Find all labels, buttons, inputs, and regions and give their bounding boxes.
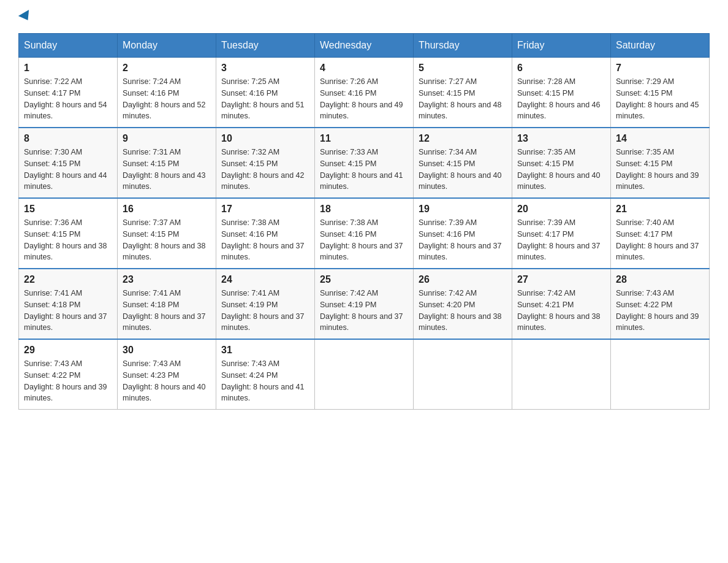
- sunrise-label: Sunrise: 7:43 AM: [123, 359, 181, 368]
- daylight-label: Daylight: 8 hours and 37 minutes.: [320, 242, 403, 262]
- day-number: 11: [320, 133, 408, 144]
- sunset-label: Sunset: 4:15 PM: [320, 159, 376, 168]
- daylight-label: Daylight: 8 hours and 38 minutes.: [517, 312, 601, 332]
- sunset-label: Sunset: 4:16 PM: [419, 230, 475, 239]
- daylight-label: Daylight: 8 hours and 37 minutes.: [616, 242, 699, 262]
- day-number: 27: [517, 274, 605, 285]
- calendar-cell: 27 Sunrise: 7:42 AM Sunset: 4:21 PM Dayl…: [512, 269, 611, 339]
- day-number: 12: [419, 133, 507, 144]
- calendar-cell: 25 Sunrise: 7:42 AM Sunset: 4:19 PM Dayl…: [315, 269, 414, 339]
- weekday-header-thursday: Thursday: [414, 34, 512, 58]
- calendar-cell: 20 Sunrise: 7:39 AM Sunset: 4:17 PM Dayl…: [512, 198, 611, 269]
- calendar-cell: 12 Sunrise: 7:34 AM Sunset: 4:15 PM Dayl…: [414, 128, 512, 198]
- sunrise-label: Sunrise: 7:43 AM: [24, 359, 82, 368]
- sunset-label: Sunset: 4:22 PM: [24, 371, 80, 380]
- sunrise-label: Sunrise: 7:42 AM: [419, 289, 477, 297]
- weekday-header-sunday: Sunday: [19, 34, 118, 58]
- daylight-label: Daylight: 8 hours and 43 minutes.: [123, 171, 206, 191]
- daylight-label: Daylight: 8 hours and 39 minutes.: [616, 312, 699, 332]
- weekday-header-monday: Monday: [118, 34, 216, 58]
- sunset-label: Sunset: 4:18 PM: [24, 301, 80, 309]
- sunset-label: Sunset: 4:16 PM: [123, 89, 179, 98]
- day-number: 10: [221, 133, 309, 144]
- sunrise-label: Sunrise: 7:24 AM: [123, 77, 181, 86]
- sunset-label: Sunset: 4:19 PM: [320, 301, 376, 309]
- day-info: Sunrise: 7:30 AM Sunset: 4:15 PM Dayligh…: [24, 147, 112, 193]
- calendar-cell: 8 Sunrise: 7:30 AM Sunset: 4:15 PM Dayli…: [19, 128, 118, 198]
- calendar-cell: [611, 339, 710, 410]
- sunrise-label: Sunrise: 7:42 AM: [320, 289, 378, 297]
- sunrise-label: Sunrise: 7:38 AM: [221, 218, 279, 227]
- daylight-label: Daylight: 8 hours and 38 minutes.: [419, 312, 502, 332]
- sunrise-label: Sunrise: 7:30 AM: [24, 148, 82, 156]
- logo: [18, 12, 32, 21]
- calendar-cell: 1 Sunrise: 7:22 AM Sunset: 4:17 PM Dayli…: [19, 58, 118, 128]
- calendar-week-4: 22 Sunrise: 7:41 AM Sunset: 4:18 PM Dayl…: [19, 269, 710, 339]
- sunset-label: Sunset: 4:24 PM: [221, 371, 278, 380]
- sunset-label: Sunset: 4:22 PM: [616, 301, 672, 309]
- daylight-label: Daylight: 8 hours and 37 minutes.: [221, 242, 305, 262]
- daylight-label: Daylight: 8 hours and 38 minutes.: [24, 242, 107, 262]
- page-header: [18, 12, 710, 21]
- sunset-label: Sunset: 4:16 PM: [221, 89, 278, 98]
- daylight-label: Daylight: 8 hours and 37 minutes.: [320, 312, 403, 332]
- day-number: 6: [517, 63, 605, 74]
- daylight-label: Daylight: 8 hours and 37 minutes.: [221, 312, 305, 332]
- sunrise-label: Sunrise: 7:41 AM: [221, 289, 279, 297]
- sunrise-label: Sunrise: 7:25 AM: [221, 77, 279, 86]
- day-number: 23: [123, 274, 211, 285]
- calendar-cell: 5 Sunrise: 7:27 AM Sunset: 4:15 PM Dayli…: [414, 58, 512, 128]
- sunset-label: Sunset: 4:23 PM: [123, 371, 179, 380]
- calendar-week-1: 1 Sunrise: 7:22 AM Sunset: 4:17 PM Dayli…: [19, 58, 710, 128]
- day-info: Sunrise: 7:43 AM Sunset: 4:24 PM Dayligh…: [221, 358, 309, 404]
- daylight-label: Daylight: 8 hours and 52 minutes.: [123, 101, 206, 121]
- weekday-header-friday: Friday: [512, 34, 611, 58]
- sunset-label: Sunset: 4:15 PM: [24, 230, 80, 239]
- daylight-label: Daylight: 8 hours and 37 minutes.: [24, 312, 107, 332]
- sunrise-label: Sunrise: 7:43 AM: [616, 289, 674, 297]
- day-number: 22: [24, 274, 112, 285]
- sunrise-label: Sunrise: 7:35 AM: [517, 148, 575, 156]
- sunrise-label: Sunrise: 7:38 AM: [320, 218, 378, 227]
- daylight-label: Daylight: 8 hours and 46 minutes.: [517, 101, 601, 121]
- sunrise-label: Sunrise: 7:32 AM: [221, 148, 279, 156]
- calendar-cell: 6 Sunrise: 7:28 AM Sunset: 4:15 PM Dayli…: [512, 58, 611, 128]
- calendar-cell: [512, 339, 611, 410]
- sunrise-label: Sunrise: 7:36 AM: [24, 218, 82, 227]
- daylight-label: Daylight: 8 hours and 41 minutes.: [320, 171, 403, 191]
- weekday-header-wednesday: Wednesday: [315, 34, 414, 58]
- day-info: Sunrise: 7:35 AM Sunset: 4:15 PM Dayligh…: [616, 147, 704, 193]
- day-number: 19: [419, 204, 507, 215]
- sunrise-label: Sunrise: 7:22 AM: [24, 77, 82, 86]
- calendar-table: SundayMondayTuesdayWednesdayThursdayFrid…: [18, 33, 710, 410]
- daylight-label: Daylight: 8 hours and 37 minutes.: [419, 242, 502, 262]
- day-number: 8: [24, 133, 112, 144]
- daylight-label: Daylight: 8 hours and 38 minutes.: [123, 242, 206, 262]
- calendar-cell: [414, 339, 512, 410]
- day-info: Sunrise: 7:33 AM Sunset: 4:15 PM Dayligh…: [320, 147, 408, 193]
- sunrise-label: Sunrise: 7:39 AM: [419, 218, 477, 227]
- day-number: 9: [123, 133, 211, 144]
- day-info: Sunrise: 7:34 AM Sunset: 4:15 PM Dayligh…: [419, 147, 507, 193]
- sunset-label: Sunset: 4:15 PM: [517, 89, 574, 98]
- daylight-label: Daylight: 8 hours and 44 minutes.: [24, 171, 107, 191]
- calendar-cell: 14 Sunrise: 7:35 AM Sunset: 4:15 PM Dayl…: [611, 128, 710, 198]
- day-info: Sunrise: 7:31 AM Sunset: 4:15 PM Dayligh…: [123, 147, 211, 193]
- sunrise-label: Sunrise: 7:37 AM: [123, 218, 181, 227]
- sunset-label: Sunset: 4:15 PM: [123, 230, 179, 239]
- day-info: Sunrise: 7:43 AM Sunset: 4:22 PM Dayligh…: [24, 358, 112, 404]
- day-info: Sunrise: 7:38 AM Sunset: 4:16 PM Dayligh…: [221, 217, 309, 263]
- calendar-cell: 26 Sunrise: 7:42 AM Sunset: 4:20 PM Dayl…: [414, 269, 512, 339]
- calendar-cell: 22 Sunrise: 7:41 AM Sunset: 4:18 PM Dayl…: [19, 269, 118, 339]
- day-info: Sunrise: 7:38 AM Sunset: 4:16 PM Dayligh…: [320, 217, 408, 263]
- day-info: Sunrise: 7:42 AM Sunset: 4:20 PM Dayligh…: [419, 288, 507, 334]
- sunrise-label: Sunrise: 7:41 AM: [24, 289, 82, 297]
- day-number: 25: [320, 274, 408, 285]
- day-number: 16: [123, 204, 211, 215]
- daylight-label: Daylight: 8 hours and 41 minutes.: [221, 383, 305, 403]
- day-number: 5: [419, 63, 507, 74]
- sunrise-label: Sunrise: 7:26 AM: [320, 77, 378, 86]
- calendar-week-5: 29 Sunrise: 7:43 AM Sunset: 4:22 PM Dayl…: [19, 339, 710, 410]
- daylight-label: Daylight: 8 hours and 54 minutes.: [24, 101, 107, 121]
- day-number: 28: [616, 274, 704, 285]
